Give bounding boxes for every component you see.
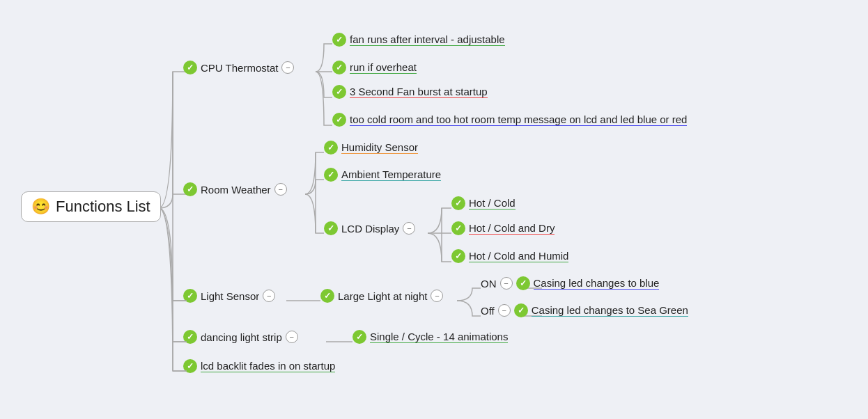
light-sensor-collapse[interactable]: − — [263, 290, 275, 302]
root-emoji: 😊 — [31, 198, 50, 216]
lcd-check — [324, 221, 338, 235]
fan-burst-check — [332, 85, 346, 99]
large-light-node: Large Light at night − — [320, 289, 443, 303]
hot-cold-dry-check — [451, 221, 465, 235]
hot-cold-check — [451, 196, 465, 210]
hot-cold-dry-label: Hot / Cold and Dry — [469, 222, 555, 235]
cpu-thermostat-collapse[interactable]: − — [281, 61, 294, 74]
off-node: Off − Casing led changes to Sea Green — [481, 303, 688, 317]
light-sensor-label: Light Sensor — [201, 290, 259, 302]
fan-interval-check — [332, 33, 346, 47]
run-overheat-node: run if overheat — [332, 61, 417, 74]
room-weather-label: Room Weather — [201, 184, 271, 196]
large-light-collapse[interactable]: − — [431, 290, 443, 302]
on-node: ON − Casing led changes to blue — [481, 276, 659, 290]
ambient-check — [324, 168, 338, 182]
humidity-label: Humidity Sensor — [341, 141, 418, 154]
light-sensor-check — [183, 289, 197, 303]
single-cycle-check — [352, 330, 366, 344]
casing-blue-label: Casing led changes to blue — [534, 277, 660, 290]
hot-cold-node: Hot / Cold — [451, 196, 516, 210]
light-sensor-node: Light Sensor − — [183, 289, 275, 303]
lcd-backlit-label: lcd backlit fades in on startup — [201, 360, 335, 372]
off-collapse[interactable]: − — [498, 304, 511, 317]
casing-green-label: Casing led changes to Sea Green — [532, 304, 688, 317]
root-box: 😊 Functions List — [21, 191, 161, 222]
large-light-label: Large Light at night — [338, 290, 427, 302]
dancing-light-check — [183, 330, 197, 344]
too-cold-node: too cold room and too hot room temp mess… — [332, 113, 687, 127]
lcd-collapse[interactable]: − — [403, 222, 415, 235]
hot-cold-humid-label: Hot / Cold and Humid — [469, 250, 568, 262]
hot-cold-humid-check — [451, 249, 465, 263]
humidity-check — [324, 141, 338, 155]
room-weather-collapse[interactable]: − — [274, 183, 287, 196]
dancing-light-node: dancing light strip − — [183, 330, 298, 344]
on-label: ON — [481, 278, 497, 290]
on-collapse[interactable]: − — [500, 277, 513, 290]
ambient-label: Ambient Temperature — [341, 168, 441, 181]
fan-burst-label: 3 Second Fan burst at startup — [350, 86, 488, 98]
casing-blue-check — [516, 276, 530, 290]
hot-cold-humid-node: Hot / Cold and Humid — [451, 249, 568, 263]
room-weather-check — [183, 182, 197, 196]
lcd-display-node: LCD Display − — [324, 221, 415, 235]
ambient-temp-node: Ambient Temperature — [324, 168, 441, 182]
cpu-thermostat-label: CPU Thermostat — [201, 62, 278, 74]
room-weather-node: Room Weather − — [183, 182, 287, 196]
lcd-backlit-node: lcd backlit fades in on startup — [183, 359, 335, 373]
fan-interval-label: fan runs after interval - adjustable — [350, 33, 505, 46]
run-overheat-check — [332, 61, 346, 74]
too-cold-label: too cold room and too hot room temp mess… — [350, 113, 687, 126]
hot-cold-label: Hot / Cold — [469, 197, 516, 209]
single-cycle-node: Single / Cycle - 14 animations — [352, 330, 508, 344]
lcd-backlit-check — [183, 359, 197, 373]
dancing-light-collapse[interactable]: − — [286, 331, 298, 343]
fan-burst-node: 3 Second Fan burst at startup — [332, 85, 488, 99]
lcd-label: LCD Display — [341, 223, 399, 235]
run-overheat-label: run if overheat — [350, 61, 417, 74]
too-cold-check — [332, 113, 346, 127]
off-label: Off — [481, 305, 495, 317]
dancing-light-label: dancing light strip — [201, 331, 282, 343]
root-label: Functions List — [56, 198, 150, 216]
humidity-sensor-node: Humidity Sensor — [324, 141, 418, 155]
single-cycle-label: Single / Cycle - 14 animations — [370, 331, 508, 343]
casing-green-check — [514, 303, 528, 317]
cpu-thermostat-node: CPU Thermostat − — [183, 61, 294, 74]
root-node: 😊 Functions List — [21, 191, 161, 222]
mindmap: 😊 Functions List CPU Thermostat − fan ru… — [0, 0, 868, 419]
cpu-thermostat-check — [183, 61, 197, 74]
large-light-check — [320, 289, 334, 303]
hot-cold-dry-node: Hot / Cold and Dry — [451, 221, 555, 235]
fan-interval-node: fan runs after interval - adjustable — [332, 33, 505, 47]
